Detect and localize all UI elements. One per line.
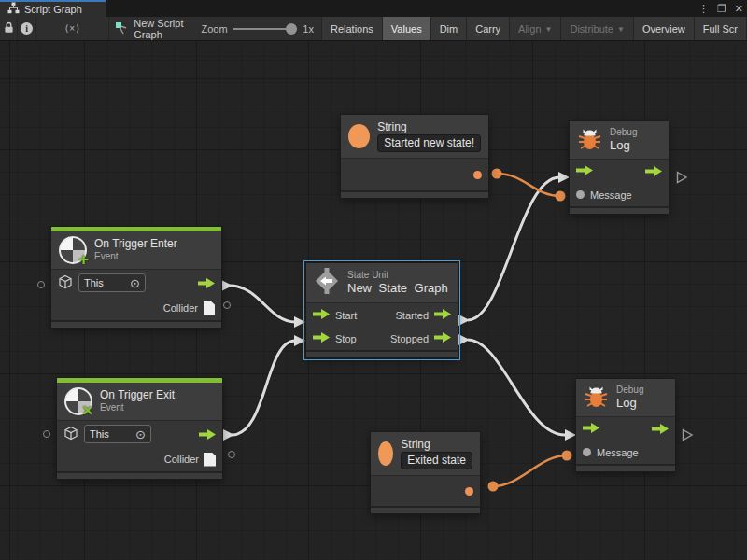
string-type-icon [378,441,393,466]
maximize-icon[interactable]: ❐ [717,0,726,17]
align-button[interactable]: Align ▼ [510,17,561,40]
message-label: Message [590,189,632,201]
zoom-label: Zoom [202,23,228,35]
stop-label: Stop [335,333,357,344]
start-label: Start [335,310,357,321]
zoom-slider[interactable] [233,23,298,35]
zoom-slider-handle[interactable] [286,23,297,35]
node-subtitle: Event [94,251,177,263]
window-controls: ⋮ ❐ ✕ [698,0,743,17]
bug-icon [584,384,609,412]
overview-button[interactable]: Overview [634,17,695,40]
node-subtitle: Event [100,402,175,414]
node-footer [51,320,221,328]
node-footer [570,206,669,214]
node-string-bottom[interactable]: String Exited state [371,432,480,513]
distribute-label: Distribute [570,23,613,35]
flow-input-port[interactable] [583,423,599,435]
started-output-port[interactable] [434,309,451,321]
chevron-down-icon: ▼ [545,25,553,34]
graph-title-segment: New Script Graph Zoom 1x [109,17,322,40]
node-string-top[interactable]: String Started new state! [341,115,488,198]
tab-script-graph[interactable]: Script Graph [0,0,106,17]
distribute-button[interactable]: Distribute ▼ [561,17,633,40]
target-dropdown[interactable]: This ⊙ [78,273,146,292]
unconnected-flow-port[interactable] [676,171,688,188]
flow-output-port[interactable] [199,429,216,440]
node-title: Log [616,396,643,411]
string-output-port[interactable] [465,487,473,496]
node-kicker: Debug [610,127,637,139]
node-title: New State Graph [347,281,448,296]
string-output-port[interactable] [473,171,482,179]
message-input-port[interactable] [576,190,585,199]
unity-visual-scripting-window: Script Graph ⋮ ❐ ✕ i ⟨×⟩ New Script Grap… [0,0,747,560]
unconnected-value-port[interactable] [43,430,50,438]
flow-output-port[interactable] [198,278,215,288]
flow-output-port[interactable] [652,424,669,434]
dim-button[interactable]: Dim [431,17,468,40]
unconnected-value-port[interactable] [228,451,235,458]
node-footer [57,471,222,479]
flow-input-port[interactable] [576,165,593,177]
message-label: Message [597,447,639,458]
node-on-trigger-enter[interactable]: + On Trigger Enter Event This ⊙ Collider [51,227,221,328]
node-footer [306,350,458,357]
align-label: Align [518,23,541,35]
lock-button[interactable] [0,17,18,40]
chevron-down-icon: ▼ [617,25,625,34]
node-title: Log [610,138,637,153]
bug-icon [577,126,602,154]
breadcrumb[interactable]: ⟨×⟩ [36,17,109,40]
close-icon[interactable]: ✕ [735,0,743,17]
node-on-trigger-exit[interactable]: ✕ On Trigger Exit Event This ⊙ Collider [57,378,222,479]
node-footer [371,506,480,513]
zoom-value: 1x [303,23,316,35]
target-picker-icon[interactable]: ⊙ [130,277,140,289]
carry-button[interactable]: Carry [467,17,510,40]
node-debug-log-bottom[interactable]: Debug Log Message [576,379,675,471]
trigger-exit-icon: ✕ [64,387,92,415]
string-type-icon [348,124,370,148]
node-title: String [401,438,472,452]
info-button[interactable]: i [18,17,36,40]
target-value: This [90,428,109,440]
lock-icon [4,21,14,35]
string-value-input[interactable]: Started new state! [377,134,481,152]
node-debug-log-top[interactable]: Debug Log Message [570,121,669,214]
target-picker-icon[interactable]: ⊙ [135,428,146,441]
flow-output-port[interactable] [645,166,662,176]
gameobject-cube-icon [58,274,73,291]
script-graph-icon [115,21,128,36]
node-title: String [377,120,481,134]
node-state-unit[interactable]: State Unit New State Graph Start Started… [306,263,458,357]
collider-doc-icon[interactable] [204,453,216,467]
unconnected-value-port[interactable] [223,301,231,309]
node-kicker: Debug [616,385,643,397]
collider-doc-icon[interactable] [204,301,215,315]
unconnected-value-port[interactable] [37,281,45,288]
start-input-port[interactable] [313,309,330,321]
node-title: On Trigger Exit [100,388,175,402]
target-dropdown[interactable]: This ⊙ [84,425,151,443]
stopped-label: Stopped [390,333,429,344]
node-kicker: State Unit [347,270,448,282]
node-footer [341,190,488,198]
relations-button[interactable]: Relations [322,17,383,40]
node-title: On Trigger Enter [94,237,177,251]
state-machine-icon [314,268,340,298]
unconnected-flow-port[interactable] [682,428,694,445]
started-label: Started [396,310,429,321]
menu-icon[interactable]: ⋮ [698,0,709,17]
stop-input-port[interactable] [313,332,330,344]
tab-bar: Script Graph ⋮ ❐ ✕ [0,0,747,17]
fullscreen-button[interactable]: Full Scr [695,17,747,40]
collider-label: Collider [163,302,198,314]
graph-name: New Script Graph [134,18,195,40]
string-value-input[interactable]: Exited state [401,452,472,469]
target-value: This [84,277,104,288]
values-button[interactable]: Values [383,17,431,40]
stopped-output-port[interactable] [434,332,451,344]
info-icon: i [21,22,33,35]
message-input-port[interactable] [583,448,591,456]
